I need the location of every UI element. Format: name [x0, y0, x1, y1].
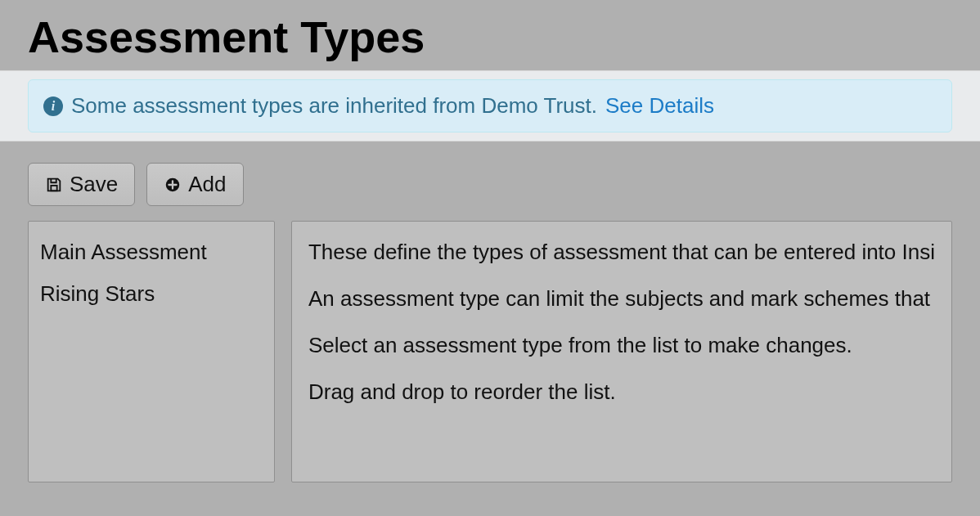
- svg-rect-0: [51, 185, 56, 190]
- detail-text: Select an assessment type from the list …: [308, 333, 935, 358]
- detail-text: Drag and drop to reorder the list.: [308, 379, 935, 405]
- detail-text: An assessment type can limit the subject…: [308, 286, 935, 312]
- detail-text: These define the types of assessment tha…: [308, 240, 935, 265]
- save-button[interactable]: Save: [28, 163, 135, 206]
- add-button-label: Add: [188, 172, 226, 197]
- alert-text: Some assessment types are inherited from…: [71, 93, 597, 119]
- content-row: Main Assessment Rising Stars These defin…: [0, 221, 980, 482]
- see-details-link[interactable]: See Details: [605, 93, 714, 119]
- list-item[interactable]: Rising Stars: [40, 273, 263, 315]
- detail-panel: These define the types of assessment tha…: [291, 221, 952, 482]
- save-icon: [45, 176, 63, 194]
- save-button-label: Save: [70, 172, 118, 197]
- toolbar: Save Add: [0, 141, 980, 221]
- page-title: Assessment Types: [0, 0, 980, 70]
- info-icon: i: [43, 96, 63, 116]
- plus-circle-icon: [164, 176, 182, 194]
- add-button[interactable]: Add: [146, 163, 243, 206]
- list-item[interactable]: Main Assessment: [40, 231, 263, 273]
- alert-region: i Some assessment types are inherited fr…: [0, 70, 980, 141]
- assessment-type-list: Main Assessment Rising Stars: [28, 221, 275, 482]
- info-alert: i Some assessment types are inherited fr…: [28, 79, 952, 132]
